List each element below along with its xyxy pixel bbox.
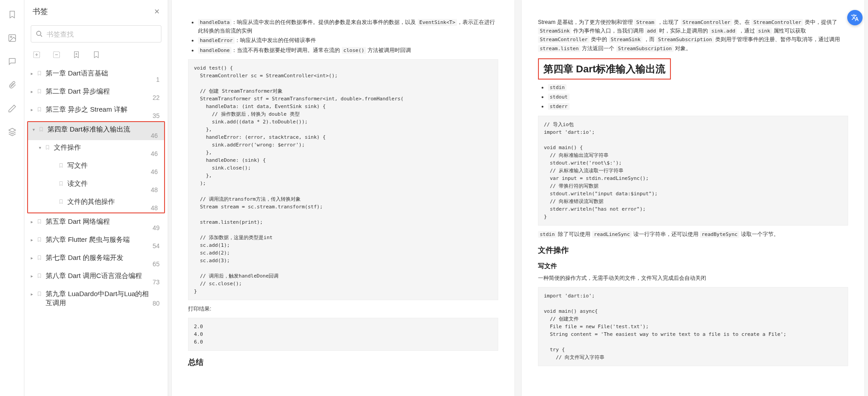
chevron-down-icon[interactable]: ▾	[33, 127, 37, 132]
code-block: 2.0 4.0 6.0	[188, 318, 498, 351]
stdin-note: stdin 除了可以使用 readLineSync 读一行字符串，还可以使用 r…	[538, 230, 848, 239]
tree-item[interactable]: 文件的其他操作48	[28, 194, 164, 212]
tree-item[interactable]: 写文件46	[28, 158, 164, 176]
chevron-right-icon[interactable]: ▸	[31, 89, 35, 94]
tree-item-label: 第三章 异步之 Stream 详解	[46, 105, 161, 114]
search-input[interactable]	[47, 30, 156, 38]
layers-icon[interactable]	[7, 127, 18, 137]
page-number: 65	[152, 260, 160, 268]
page-number: 80	[152, 300, 160, 307]
search-icon	[36, 30, 43, 38]
bookmark-icon	[58, 180, 65, 188]
expand-all-icon[interactable]	[33, 51, 41, 59]
bookmark-toolbar	[24, 47, 168, 64]
tree-item[interactable]: ▸第一章 Dart语言基础1	[26, 66, 166, 84]
bookmark-tree: ▸第一章 Dart语言基础1▸第二章 Dart 异步编程22▸第三章 异步之 S…	[24, 64, 168, 396]
bookmark-outline-icon[interactable]	[92, 51, 100, 59]
bookmark-sidebar: 书签 × ▸第一章 Dart语言基础1▸第二章 Dart 异步编程22▸第三章 …	[24, 0, 168, 396]
code-block: void test() { StreamController sc = Stre…	[188, 59, 498, 300]
tree-item[interactable]: ▸第七章 Dart 的服务端开发65	[26, 250, 166, 269]
tree-item-label: 第七章 Dart 的服务端开发	[46, 253, 161, 262]
write-desc: 一种简便的操作方式，无需手动关闭文件，文件写入完成后会自动关闭	[538, 274, 848, 283]
chapter-title-box: 第四章 Dart标准输入输出流	[538, 58, 671, 80]
tree-item[interactable]: 读文件48	[28, 176, 164, 194]
page-number: 1	[156, 76, 160, 83]
chevron-right-icon[interactable]: ▸	[31, 292, 35, 297]
list-item: stderr	[548, 102, 848, 111]
icon-rail	[0, 0, 24, 396]
tree-item-label: 第一章 Dart语言基础	[46, 69, 161, 78]
tree-item-label: 第二章 Dart 异步编程	[46, 87, 161, 96]
bookmark-icon	[37, 218, 43, 226]
bookmark-icon	[37, 106, 43, 114]
bookmark-add-icon[interactable]	[72, 51, 80, 59]
edit-icon[interactable]	[7, 103, 18, 114]
search-box[interactable]	[31, 25, 161, 42]
page-right: Stream 是基础，为了更方便控制和管理 Stream ，出现了 Stream…	[522, 0, 864, 396]
tree-item[interactable]: ▸第五章 Dart 网络编程49	[26, 214, 166, 232]
bookmark-icon[interactable]	[7, 9, 18, 20]
bookmark-icon	[58, 198, 65, 206]
tree-item-label: 第五章 Dart 网络编程	[46, 217, 161, 226]
chevron-right-icon[interactable]: ▸	[31, 255, 35, 260]
tree-item[interactable]: ▸第二章 Dart 异步编程22	[26, 84, 166, 102]
chevron-down-icon[interactable]: ▾	[39, 145, 43, 150]
tree-item[interactable]: ▸第六章 Flutter 爬虫与服务端54	[26, 232, 166, 250]
write-heading: 写文件	[538, 261, 848, 271]
chevron-right-icon[interactable]: ▸	[31, 219, 35, 224]
page-left: handleData：响应从流中发出的任何数据事件。提供的参数是来自发出事件的数…	[172, 0, 514, 396]
page-number: 54	[152, 242, 160, 250]
tree-item[interactable]: ▾文件操作46	[28, 140, 164, 158]
chevron-right-icon[interactable]: ▸	[31, 71, 35, 76]
list-item: handleData：响应从流中发出的任何数据事件。提供的参数是来自发出事件的数…	[198, 18, 498, 35]
list-item: stdout	[548, 93, 848, 101]
file-heading: 文件操作	[538, 244, 848, 256]
summary-heading: 总结	[188, 356, 498, 368]
chevron-right-icon[interactable]: ▸	[31, 273, 35, 278]
chevron-right-icon[interactable]: ▸	[31, 237, 35, 242]
translate-button[interactable]	[847, 10, 863, 25]
page-number: 35	[152, 112, 160, 119]
page-number: 22	[152, 94, 160, 101]
translate-icon	[851, 14, 859, 22]
tree-item[interactable]: ▸第八章 Dart 调用C语言混合编程73	[26, 269, 166, 287]
intro-paragraph: Stream 是基础，为了更方便控制和管理 Stream ，出现了 Stream…	[538, 18, 848, 53]
image-icon[interactable]	[7, 33, 18, 43]
attachment-icon[interactable]	[7, 80, 18, 90]
sidebar-header: 书签 ×	[24, 0, 168, 23]
close-icon[interactable]: ×	[154, 6, 160, 17]
tree-item-label: 第八章 Dart 调用C语言混合编程	[46, 271, 161, 280]
svg-point-2	[37, 31, 41, 35]
bookmark-icon	[37, 236, 43, 244]
document-view: handleData：响应从流中发出的任何数据事件。提供的参数是来自发出事件的数…	[168, 0, 868, 396]
bookmark-icon	[37, 255, 43, 262]
app-root: 书签 × ▸第一章 Dart语言基础1▸第二章 Dart 异步编程22▸第三章 …	[0, 0, 868, 396]
page-number: 46	[151, 168, 158, 175]
comment-icon[interactable]	[7, 56, 18, 67]
page-number: 46	[151, 132, 158, 139]
tree-item[interactable]: ▸第三章 异步之 Stream 详解35	[26, 102, 166, 120]
tree-item-label: 文件的其他操作	[67, 197, 160, 206]
page-number: 49	[152, 224, 160, 231]
bookmark-icon	[37, 273, 43, 280]
tree-item-label: 第六章 Flutter 爬虫与服务端	[46, 235, 161, 244]
page-number: 48	[151, 204, 158, 212]
tree-item-label: 写文件	[67, 161, 160, 170]
page-number: 46	[151, 150, 158, 157]
tree-item[interactable]: ▾第四章 Dart标准输入输出流46	[28, 122, 164, 140]
bookmark-icon	[37, 88, 43, 96]
bookmark-icon	[37, 70, 43, 78]
std-list: stdinstdoutstderr	[548, 83, 848, 111]
tree-item[interactable]: ▸第九章 LuaDardo中Dart与Lua的相互调用80	[26, 287, 166, 308]
code-block: import 'dart:io'; void main() async{ // …	[538, 287, 848, 366]
code-block: // 导入io包 import 'dart:io'; void main() {…	[538, 116, 848, 226]
chevron-right-icon[interactable]: ▸	[31, 107, 35, 112]
bookmark-icon	[37, 291, 43, 298]
tree-item-label: 第四章 Dart标准输入输出流	[47, 125, 160, 134]
tree-item-label: 文件操作	[54, 143, 160, 152]
result-label: 打印结果:	[188, 305, 498, 313]
bookmark-icon	[45, 144, 51, 152]
list-item: handleError：响应从流中发出的任何错误事件	[198, 36, 498, 45]
collapse-all-icon[interactable]	[52, 51, 61, 59]
page-number: 73	[152, 278, 160, 286]
